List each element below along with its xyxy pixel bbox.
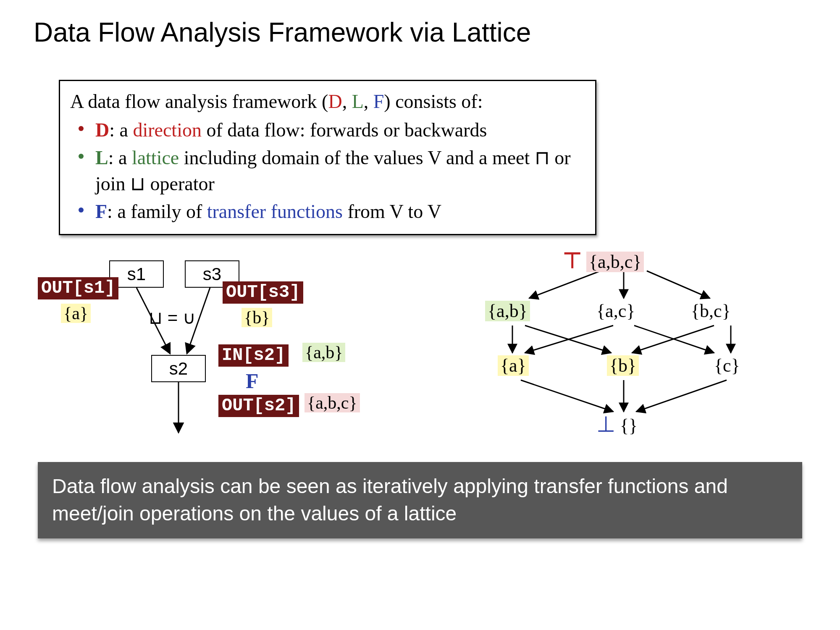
set-a: {a} (61, 303, 91, 323)
def-item-L: L: a lattice including domain of the val… (70, 145, 585, 197)
hl-ab: {a,b} (302, 343, 345, 362)
lattice-ab: {a,b} (485, 300, 530, 322)
f-kw: transfer functions (207, 201, 343, 222)
top-sym: ⊤ (563, 249, 582, 273)
tag-out-s3: OUT[s3] (223, 281, 303, 304)
d-pre: D (95, 119, 109, 141)
lattice-a: {a} (498, 355, 529, 376)
bot-set: {} (620, 415, 638, 436)
F-label: F (246, 369, 259, 393)
footer-note: Data flow analysis can be seen as iterat… (38, 462, 802, 538)
bullet-icon (79, 126, 84, 131)
bot-sym: ⊥ (596, 412, 615, 436)
lattice-bottom: ⊥ {} (596, 412, 638, 437)
intro-L: L (352, 91, 364, 112)
lattice-diagram: ⊤ {a,b,c} {a,b} {a,c} {b,c} {a} {b} {c} … (458, 248, 802, 445)
page-title: Data Flow Analysis Framework via Lattice (34, 17, 531, 48)
bullet-icon (79, 207, 84, 213)
set-ab: {a,b} (302, 342, 345, 362)
lattice-ac: {a,c} (596, 300, 635, 322)
f-mid: : a family of (107, 201, 207, 222)
set-b: {b} (242, 307, 272, 328)
ab-set: {a,b} (485, 301, 530, 321)
svg-line-12 (521, 380, 613, 412)
lattice-c: {c} (714, 355, 740, 376)
b-set: {b} (607, 355, 639, 376)
definition-box: A data flow analysis framework (D, L, F)… (59, 80, 596, 235)
l-mid: : a (108, 147, 132, 168)
lattice-bc: {b,c} (691, 300, 731, 322)
def-item-D: D: a direction of data flow: forwards or… (70, 117, 585, 143)
lattice-top: ⊤ {a,b,c} (563, 248, 644, 273)
d-kw: direction (133, 119, 202, 141)
a-set: {a} (498, 355, 529, 376)
comma1: , (342, 91, 352, 112)
tag-out-s2: OUT[s2] (218, 395, 299, 417)
l-pre: L (95, 147, 108, 168)
join-eq: ⊔ = ∪ (149, 307, 196, 328)
def-item-F: F: a family of transfer functions from V… (70, 199, 585, 225)
svg-line-5 (647, 271, 710, 298)
intro-F: F (373, 91, 384, 112)
d-post: of data flow: forwards or backwards (202, 119, 487, 141)
hl-b: {b} (242, 308, 272, 327)
tag-in-s2: IN[s2] (218, 344, 289, 367)
intro-D: D (328, 91, 342, 112)
svg-line-3 (529, 271, 601, 298)
bullet-icon (79, 154, 84, 159)
node-s2: s2 (151, 355, 206, 382)
flow-diagram: s1 s3 s2 OUT[s1] {a} OUT[s3] {b} ⊔ = ∪ I… (42, 256, 399, 441)
top-set: {a,b,c} (586, 252, 644, 272)
intro-pre: A data flow analysis framework ( (70, 91, 328, 112)
svg-line-14 (636, 380, 727, 412)
comma2: , (364, 91, 373, 112)
hl-a: {a} (61, 304, 91, 323)
set-abc: {a,b,c} (304, 393, 360, 413)
lattice-b: {b} (607, 355, 639, 376)
tag-out-s1: OUT[s1] (38, 277, 118, 299)
f-post: from V to V (343, 201, 441, 222)
l-kw: lattice (132, 147, 179, 168)
definition-intro: A data flow analysis framework (D, L, F)… (70, 89, 585, 115)
d-mid: : a (109, 119, 133, 141)
intro-post: ) consists of: (384, 91, 483, 112)
f-pre: F (95, 201, 107, 222)
hl-abc: {a,b,c} (304, 393, 360, 412)
